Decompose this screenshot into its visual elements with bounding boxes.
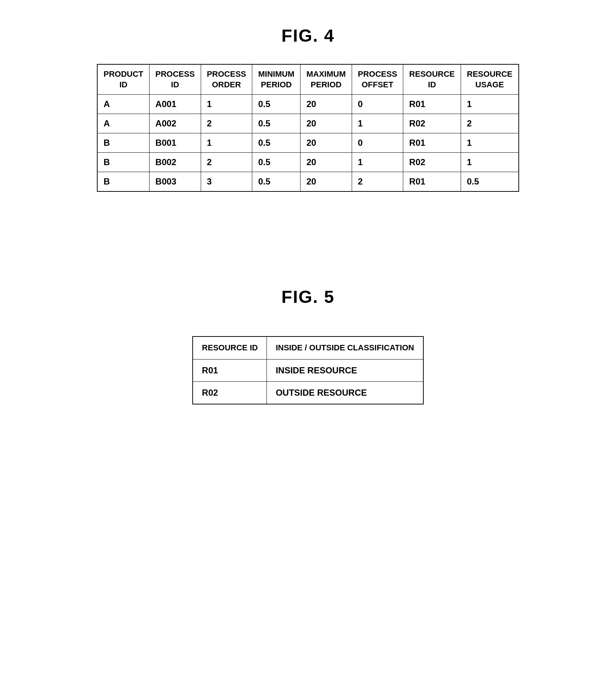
cell-process-order: 3 — [201, 172, 252, 192]
cell-resource-usage: 1 — [461, 95, 519, 114]
fig5-table-container: RESOURCE ID INSIDE / OUTSIDE CLASSIFICAT… — [22, 336, 594, 404]
cell-process-offset: 0 — [352, 133, 403, 153]
cell-process-offset: 0 — [352, 95, 403, 114]
col-maximum-period: MAXIMUMPERIOD — [301, 64, 352, 95]
fig5-cell-classification: OUTSIDE RESOURCE — [267, 381, 423, 404]
cell-process-offset: 1 — [352, 114, 403, 133]
fig5-cell-resource-id: R02 — [193, 381, 267, 404]
col-resource-id: RESOURCEID — [403, 64, 461, 95]
cell-product-id: B — [97, 172, 149, 192]
table-row: B B001 1 0.5 20 0 R01 1 — [97, 133, 518, 153]
cell-max-period: 20 — [301, 95, 352, 114]
table-row: B B002 2 0.5 20 1 R02 1 — [97, 153, 518, 172]
fig5-title: FIG. 5 — [22, 287, 594, 307]
table-row: R01 INSIDE RESOURCE — [193, 359, 423, 381]
cell-process-order: 1 — [201, 133, 252, 153]
cell-min-period: 0.5 — [252, 153, 301, 172]
fig5-cell-classification: INSIDE RESOURCE — [267, 359, 423, 381]
fig5-table: RESOURCE ID INSIDE / OUTSIDE CLASSIFICAT… — [192, 336, 423, 404]
cell-min-period: 0.5 — [252, 95, 301, 114]
col-resource-usage: RESOURCEUSAGE — [461, 64, 519, 95]
cell-product-id: A — [97, 114, 149, 133]
cell-resource-id: R01 — [403, 95, 461, 114]
col-product-id: PRODUCTID — [97, 64, 149, 95]
table-row: A A001 1 0.5 20 0 R01 1 — [97, 95, 518, 114]
cell-product-id: B — [97, 133, 149, 153]
fig5-section: FIG. 5 RESOURCE ID INSIDE / OUTSIDE CLAS… — [22, 287, 594, 404]
spacer-2 — [22, 236, 594, 258]
cell-product-id: A — [97, 95, 149, 114]
cell-process-id: B003 — [150, 172, 201, 192]
cell-max-period: 20 — [301, 172, 352, 192]
fig4-header-row: PRODUCTID PROCESSID PROCESSORDER MINIMUM… — [97, 64, 518, 95]
fig4-table: PRODUCTID PROCESSID PROCESSORDER MINIMUM… — [97, 64, 519, 192]
fig5-header-row: RESOURCE ID INSIDE / OUTSIDE CLASSIFICAT… — [193, 336, 423, 359]
cell-process-id: B002 — [150, 153, 201, 172]
cell-max-period: 20 — [301, 114, 352, 133]
cell-resource-usage: 1 — [461, 153, 519, 172]
fig4-table-container: PRODUCTID PROCESSID PROCESSORDER MINIMUM… — [22, 64, 594, 192]
fig5-cell-resource-id: R01 — [193, 359, 267, 381]
cell-product-id: B — [97, 153, 149, 172]
col-process-order: PROCESSORDER — [201, 64, 252, 95]
cell-min-period: 0.5 — [252, 172, 301, 192]
table-row: R02 OUTSIDE RESOURCE — [193, 381, 423, 404]
table-row: A A002 2 0.5 20 1 R02 2 — [97, 114, 518, 133]
cell-resource-id: R01 — [403, 133, 461, 153]
col-process-id: PROCESSID — [150, 64, 201, 95]
fig4-title: FIG. 4 — [22, 26, 594, 46]
cell-max-period: 20 — [301, 153, 352, 172]
cell-process-order: 1 — [201, 95, 252, 114]
fig5-col-resource-id: RESOURCE ID — [193, 336, 267, 359]
cell-resource-id: R01 — [403, 172, 461, 192]
fig5-col-classification: INSIDE / OUTSIDE CLASSIFICATION — [267, 336, 423, 359]
cell-resource-id: R02 — [403, 114, 461, 133]
cell-process-order: 2 — [201, 114, 252, 133]
cell-process-offset: 1 — [352, 153, 403, 172]
cell-resource-usage: 2 — [461, 114, 519, 133]
table-row: B B003 3 0.5 20 2 R01 0.5 — [97, 172, 518, 192]
cell-process-offset: 2 — [352, 172, 403, 192]
cell-min-period: 0.5 — [252, 133, 301, 153]
col-minimum-period: MINIMUMPERIOD — [252, 64, 301, 95]
cell-resource-id: R02 — [403, 153, 461, 172]
cell-process-id: A002 — [150, 114, 201, 133]
cell-max-period: 20 — [301, 133, 352, 153]
cell-resource-usage: 0.5 — [461, 172, 519, 192]
cell-process-order: 2 — [201, 153, 252, 172]
cell-resource-usage: 1 — [461, 133, 519, 153]
cell-process-id: A001 — [150, 95, 201, 114]
col-process-offset: PROCESSOFFSET — [352, 64, 403, 95]
cell-min-period: 0.5 — [252, 114, 301, 133]
spacer-1 — [22, 214, 594, 236]
cell-process-id: B001 — [150, 133, 201, 153]
